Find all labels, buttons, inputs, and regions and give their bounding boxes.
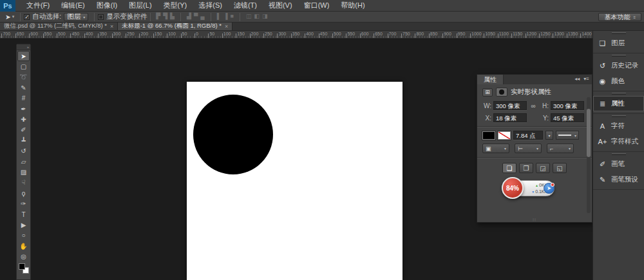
fill-color-swatch[interactable]	[482, 131, 495, 140]
ruler-minor-ticks	[0, 36, 592, 38]
menu-item[interactable]: 窗口(W)	[298, 0, 336, 12]
link-dimensions-icon[interactable]: ∞	[527, 102, 540, 109]
menu-item[interactable]: 文件(F)	[21, 0, 55, 12]
dock-drag-handle[interactable]	[593, 91, 644, 96]
stroke-style-dropdown[interactable]: ▾	[556, 131, 579, 140]
subtract-shape-button[interactable]: ❐	[519, 163, 533, 173]
ruler-tick	[15, 33, 16, 38]
menu-item[interactable]: 视图(V)	[263, 0, 298, 12]
dock-drag-handle[interactable]	[593, 53, 644, 58]
pen-tool[interactable]: ✑	[17, 198, 30, 209]
ruler-tick-label: 800	[416, 32, 424, 36]
smudge-tool[interactable]: ☟	[17, 178, 30, 188]
exclude-shapes-button[interactable]: ◱	[553, 163, 567, 173]
shape-thumbnail[interactable]	[496, 88, 507, 97]
tab-close-icon[interactable]: ×	[110, 23, 113, 30]
stroke-corner-dropdown[interactable]: ⌐▾	[547, 144, 574, 153]
menu-item[interactable]: 选择(S)	[193, 0, 228, 12]
dock-item-属性[interactable]: ≣属性	[593, 96, 644, 111]
clone-stamp-tool[interactable]: ┻	[17, 135, 30, 145]
menu-item[interactable]: 滤镜(T)	[228, 0, 263, 12]
dock-drag-handle[interactable]	[593, 31, 644, 35]
dock-item-字符样式[interactable]: A+字符样式	[593, 134, 644, 149]
zoom-tool[interactable]: ◎	[17, 251, 30, 261]
speed-ball-app-icon[interactable]: ➤	[544, 183, 554, 194]
stroke-width-field[interactable]: 7.84 点	[513, 131, 543, 140]
scrollbar-thumb[interactable]	[587, 109, 591, 157]
auto-select-target-dropdown[interactable]: 图层 ▾	[64, 13, 88, 21]
type-tool[interactable]: T	[17, 209, 30, 219]
属性-panel-icon: ≣	[598, 100, 607, 108]
crop-tool[interactable]: #	[17, 93, 30, 104]
auto-select-checkbox[interactable]: ✓	[24, 14, 30, 20]
menu-item[interactable]: 帮助(H)	[335, 0, 370, 12]
stroke-cap-dropdown[interactable]: ⊢▾	[515, 144, 542, 153]
x-field[interactable]: 18 像素	[493, 113, 527, 122]
ruler-tick-label: 150	[155, 32, 162, 36]
document-tab[interactable]: 微信.psd @ 117% (二维码, CMYK/8) *×	[0, 22, 118, 30]
dock-item-label: 图层	[611, 39, 625, 48]
collapse-panel-icon[interactable]: ◂◂	[574, 76, 580, 82]
menu-item[interactable]: 编辑(E)	[55, 0, 91, 12]
tool-preset-picker[interactable]: ➤ ▾	[3, 13, 17, 21]
ruler-tick-label: 300	[278, 32, 286, 36]
tab-properties[interactable]: 属性	[477, 75, 504, 84]
history-brush-tool[interactable]: ↺	[17, 146, 30, 156]
dock-item-画笔[interactable]: ✐画笔	[593, 156, 644, 172]
tab-close-icon[interactable]: ×	[225, 23, 228, 30]
gradient-tool[interactable]: ▨	[17, 167, 30, 177]
dock-item-画笔预设[interactable]: ✎画笔预设	[593, 172, 644, 187]
brush-tool[interactable]: ✐	[17, 125, 30, 135]
quick-selection-tool[interactable]: ✎	[17, 82, 30, 93]
panel-menu-icon[interactable]: ▾≡	[583, 76, 589, 82]
lasso-tool[interactable]: ➰	[17, 72, 30, 82]
align-distribute-icons: ▛▜▙▟▀▄▌▐■◫◧◨	[156, 13, 267, 21]
menu-items: 文件(F)编辑(E)图像(I)图层(L)类型(Y)选择(S)滤镜(T)视图(V)…	[21, 0, 371, 12]
path-selection-tool[interactable]: ▶	[17, 219, 30, 230]
color-swatches[interactable]	[19, 263, 29, 274]
dock-item-图层[interactable]: ❏图层	[593, 35, 644, 51]
stroke-align-dropdown[interactable]: ▣▾	[482, 144, 509, 153]
marquee-tool[interactable]: ▢	[17, 61, 30, 71]
eraser-tool[interactable]: ▱	[17, 156, 30, 167]
dock-item-历史记录[interactable]: ↺历史记录	[593, 58, 644, 73]
ruler-tick	[167, 33, 167, 38]
dock-item-字符[interactable]: A字符	[593, 118, 644, 134]
intersect-shapes-button[interactable]: ◲	[536, 163, 550, 173]
chevron-down-icon: ▾	[12, 14, 15, 19]
stroke-color-swatch[interactable]	[498, 131, 511, 140]
menu-item[interactable]: 类型(Y)	[158, 0, 193, 12]
y-field[interactable]: 45 像素	[551, 113, 584, 122]
show-transform-label: 显示变换控件	[106, 12, 147, 21]
图层-panel-icon: ❏	[598, 39, 607, 48]
dock-drag-handle[interactable]	[593, 114, 644, 118]
workspace-switcher-button[interactable]: 基本功能 ≡	[598, 13, 641, 21]
height-field[interactable]: 300 像素	[551, 101, 584, 110]
foreground-color-swatch[interactable]	[19, 263, 25, 270]
show-transform-checkbox[interactable]	[98, 14, 104, 20]
hand-tool[interactable]: ✋	[17, 241, 30, 251]
combine-shapes-button[interactable]: ❏	[502, 163, 516, 173]
align-icon: ■	[231, 13, 234, 21]
document-canvas[interactable]	[187, 82, 402, 280]
panel-resize-grip[interactable]: ∷	[533, 218, 536, 223]
dock-item-颜色[interactable]: ◉颜色	[593, 73, 644, 89]
dock-drag-handle[interactable]	[593, 152, 644, 156]
dodge-tool[interactable]: ϙ	[17, 188, 30, 198]
menu-item[interactable]: 图层(L)	[123, 0, 157, 12]
width-field[interactable]: 300 像素	[493, 101, 527, 110]
ruler-tick	[263, 33, 264, 38]
speed-ball-overlay[interactable]: 0K/s 0.1K/s ➤ 84%	[502, 177, 557, 200]
ruler-tick	[374, 33, 374, 38]
toolbar-collapse-icon[interactable]: »	[17, 44, 30, 50]
memory-percent-ball[interactable]: 84%	[502, 177, 524, 199]
document-tab[interactable]: 未标题-1 @ 66.7% (椭圆 1, RGB/8) *×	[118, 22, 232, 30]
stroke-width-dropdown-icon[interactable]: ▾	[545, 131, 553, 140]
panel-scrollbar[interactable]	[587, 97, 591, 213]
shape-tool[interactable]: ○	[17, 230, 30, 241]
panel-dock: ❏图层↺历史记录◉颜色≣属性A字符A+字符样式✐画笔✎画笔预设	[592, 31, 644, 280]
menu-item[interactable]: 图像(I)	[91, 0, 123, 12]
move-tool[interactable]: ➤	[17, 51, 30, 61]
healing-brush-tool[interactable]: ✚	[17, 114, 30, 124]
eyedropper-tool[interactable]: ✒	[17, 104, 30, 114]
